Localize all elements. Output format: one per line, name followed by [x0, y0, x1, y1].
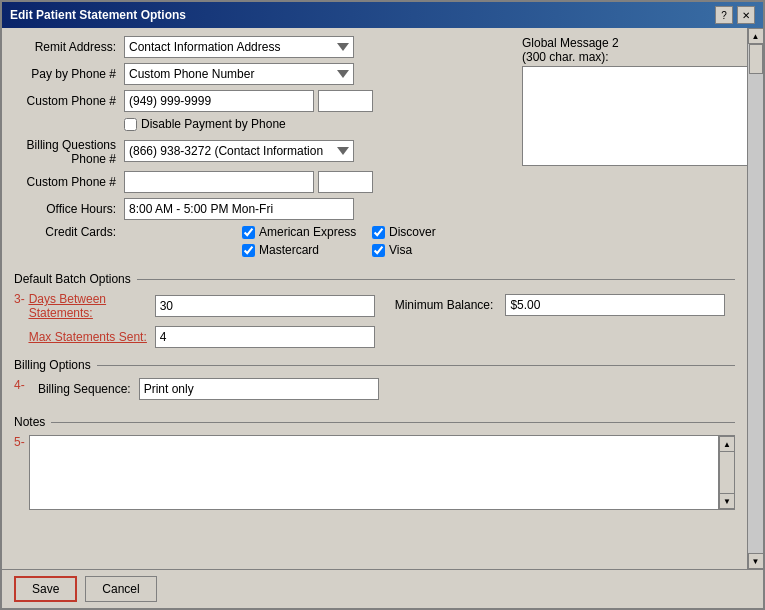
- max-statements-input[interactable]: [155, 326, 375, 348]
- pay-by-phone-row: Pay by Phone # Custom Phone Number: [14, 63, 502, 85]
- remit-address-row: Remit Address: Contact Information Addre…: [14, 36, 502, 58]
- remit-address-select[interactable]: Contact Information Address: [124, 36, 354, 58]
- days-between-label: Days Between Statements:: [29, 292, 149, 320]
- title-bar: Edit Patient Statement Options ? ✕: [2, 2, 763, 28]
- disable-payment-row: Disable Payment by Phone: [14, 117, 502, 131]
- custom-phone2-row: Custom Phone #: [14, 171, 502, 193]
- max-statements-field: Max Statements Sent:: [29, 326, 375, 348]
- disable-payment-checkbox[interactable]: [124, 118, 137, 131]
- disable-payment-label: Disable Payment by Phone: [141, 117, 286, 131]
- days-between-input[interactable]: [155, 295, 375, 317]
- amex-label: American Express: [259, 225, 356, 239]
- billing-options-content: Billing Sequence: Print only Electronic …: [29, 378, 735, 405]
- global-message-area: Global Message 2 (300 char. max):: [522, 36, 747, 262]
- cancel-button[interactable]: Cancel: [85, 576, 156, 602]
- billing-options-divider: Billing Options: [14, 358, 735, 372]
- notes-scroll-up[interactable]: ▲: [719, 436, 735, 452]
- mastercard-label: Mastercard: [259, 243, 319, 257]
- notes-section: 5- ▲ ▼: [14, 435, 735, 510]
- batch-options-section: 3- Days Between Statements:: [14, 292, 735, 348]
- notes-divider: Notes: [14, 415, 735, 429]
- discover-checkbox-label[interactable]: Discover: [372, 225, 502, 239]
- custom-phone2-input[interactable]: [124, 171, 314, 193]
- pay-by-phone-select[interactable]: Custom Phone Number: [124, 63, 354, 85]
- custom-phone2-label: Custom Phone #: [14, 175, 124, 189]
- global-msg-title: Global Message 2: [522, 36, 619, 50]
- notes-textarea[interactable]: [29, 435, 719, 510]
- scroll-thumb[interactable]: [749, 44, 763, 74]
- disable-payment-checkbox-label[interactable]: Disable Payment by Phone: [124, 117, 286, 131]
- mastercard-checkbox[interactable]: [242, 244, 255, 257]
- credit-cards-row: Credit Cards: American Express Discover: [14, 225, 502, 257]
- custom-phone1-input[interactable]: [124, 90, 314, 112]
- office-hours-input[interactable]: [124, 198, 354, 220]
- upper-section: Remit Address: Contact Information Addre…: [14, 36, 735, 262]
- batch-options-content: Days Between Statements: Max Statements …: [29, 292, 735, 348]
- global-msg-textarea[interactable]: [522, 66, 747, 166]
- discover-label: Discover: [389, 225, 436, 239]
- main-area: Remit Address: Contact Information Addre…: [2, 28, 747, 569]
- batch-options-divider: Default Batch Options: [14, 272, 735, 286]
- save-button[interactable]: Save: [14, 576, 77, 602]
- notes-scrollbar[interactable]: ▲ ▼: [719, 435, 735, 510]
- billing-options-num: 4-: [14, 378, 25, 392]
- billing-sequence-row: Billing Sequence: Print only Electronic …: [29, 378, 735, 400]
- notes-title: Notes: [14, 415, 51, 429]
- notes-content: ▲ ▼: [29, 435, 735, 510]
- office-hours-label: Office Hours:: [14, 202, 124, 216]
- billing-options-section: 4- Billing Sequence: Print only Electron…: [14, 378, 735, 405]
- left-form: Remit Address: Contact Information Addre…: [14, 36, 502, 262]
- dialog-content: Remit Address: Contact Information Addre…: [2, 28, 763, 569]
- custom-phone2-ext-input[interactable]: [318, 171, 373, 193]
- billing-sequence-label: Billing Sequence:: [29, 382, 139, 396]
- batch-options-title: Default Batch Options: [14, 272, 137, 286]
- scroll-up-button[interactable]: ▲: [748, 28, 764, 44]
- billing-questions-row: Billing Questions Phone # (866) 938-3272…: [14, 136, 502, 166]
- credit-cards-label: Credit Cards:: [14, 225, 124, 239]
- billing-options-title: Billing Options: [14, 358, 97, 372]
- min-balance-input[interactable]: [505, 294, 725, 316]
- custom-phone2-inputs: [124, 171, 373, 193]
- scroll-track[interactable]: [748, 44, 764, 553]
- custom-phone1-row: Custom Phone #: [14, 90, 502, 112]
- notes-scroll-down[interactable]: ▼: [719, 493, 735, 509]
- close-button[interactable]: ✕: [737, 6, 755, 24]
- credit-cards-area: American Express Discover Mastercard: [242, 225, 502, 257]
- days-between-field: Days Between Statements:: [29, 292, 375, 320]
- pay-by-phone-label: Pay by Phone #: [14, 67, 124, 81]
- billing-questions-select[interactable]: (866) 938-3272 (Contact Information: [124, 140, 354, 162]
- global-msg-label: Global Message 2 (300 char. max):: [522, 36, 747, 64]
- main-scrollbar[interactable]: ▲ ▼: [747, 28, 763, 569]
- min-balance-label: Minimum Balance:: [395, 298, 494, 312]
- batch-options-num: 3-: [14, 292, 25, 306]
- notes-num: 5-: [14, 435, 25, 449]
- visa-label: Visa: [389, 243, 412, 257]
- custom-phone1-inputs: [124, 90, 373, 112]
- office-hours-row: Office Hours:: [14, 198, 502, 220]
- amex-checkbox[interactable]: [242, 226, 255, 239]
- notes-area: ▲ ▼: [29, 435, 735, 510]
- dialog-footer: Save Cancel: [2, 569, 763, 608]
- custom-phone1-label: Custom Phone #: [14, 94, 124, 108]
- title-bar-controls: ? ✕: [715, 6, 755, 24]
- visa-checkbox-label[interactable]: Visa: [372, 243, 502, 257]
- help-button[interactable]: ?: [715, 6, 733, 24]
- custom-phone1-ext-input[interactable]: [318, 90, 373, 112]
- dialog-title: Edit Patient Statement Options: [10, 8, 186, 22]
- max-statements-label: Max Statements Sent:: [29, 330, 149, 344]
- mastercard-checkbox-label[interactable]: Mastercard: [242, 243, 372, 257]
- dialog: Edit Patient Statement Options ? ✕ Remit…: [0, 0, 765, 610]
- billing-questions-label: Billing Questions Phone #: [14, 136, 124, 166]
- visa-checkbox[interactable]: [372, 244, 385, 257]
- global-msg-sublabel: (300 char. max):: [522, 50, 609, 64]
- amex-checkbox-label[interactable]: American Express: [242, 225, 372, 239]
- billing-sequence-select[interactable]: Print only Electronic only Both: [139, 378, 379, 400]
- scroll-down-button[interactable]: ▼: [748, 553, 764, 569]
- remit-address-label: Remit Address:: [14, 40, 124, 54]
- discover-checkbox[interactable]: [372, 226, 385, 239]
